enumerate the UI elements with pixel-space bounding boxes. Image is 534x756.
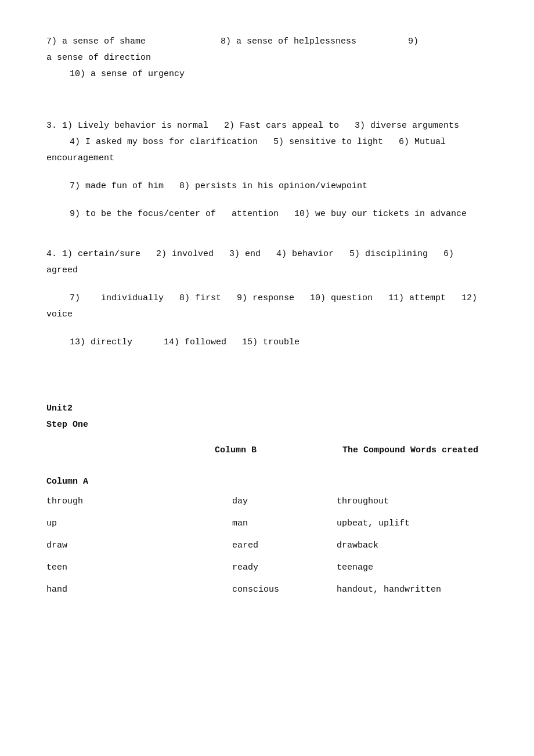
table-row: draw eared drawback	[46, 539, 488, 553]
section4-items-7-12: 7) individually 8) first 9) response 10)…	[70, 293, 477, 303]
col-b-cell: day	[174, 495, 302, 509]
section3-encouragement: encouragement	[46, 153, 114, 163]
section4-line1b: agreed	[46, 264, 488, 278]
col-a-cell: teen	[46, 561, 174, 575]
col-c-cell: teenage	[302, 561, 488, 575]
unit2-section: Unit2 Step One Column B The Compound Wor…	[46, 402, 488, 597]
section3-line3: 7) made fun of him 8) persists in his op…	[46, 179, 488, 193]
col-a-cell: draw	[46, 539, 174, 553]
section-3: 3. 1) Lively behavior is normal 2) Fast …	[46, 119, 488, 221]
sense-item-7: 7) a sense of shame	[46, 37, 146, 46]
section-4: 4. 1) certain/sure 2) involved 3) end 4)…	[46, 247, 488, 350]
col-b-cell: man	[174, 517, 302, 531]
sense-item-9-text: a sense of direction	[46, 53, 151, 63]
section3-line2: 4) I asked my boss for clarification 5) …	[46, 135, 488, 149]
col-b-cell: ready	[174, 561, 302, 575]
col-a-cell: through	[46, 495, 174, 509]
col-b-header: Column B	[215, 444, 342, 458]
section3-line1: 3. 1) Lively behavior is normal 2) Fast …	[46, 119, 488, 133]
section-sense-items: 7) a sense of shame 8) a sense of helple…	[46, 35, 488, 81]
section4-line2b: voice	[46, 308, 488, 322]
section4-line2: 7) individually 8) first 9) response 10)…	[46, 291, 488, 305]
unit2-step: Step One	[46, 418, 488, 432]
col-b-cell: eared	[174, 539, 302, 553]
section4-voice: voice	[46, 309, 73, 319]
col-a-cell: hand	[46, 583, 174, 597]
section3-line2b: encouragement	[46, 152, 488, 165]
sense-line-2: a sense of direction	[46, 51, 488, 65]
table-header: Column B The Compound Words created	[46, 444, 488, 458]
section4-items-13-15: 13) directly 14) followed 15) trouble	[70, 337, 300, 347]
table-row: hand conscious handout, handwritten	[46, 583, 488, 597]
section3-heading: 3. 1) Lively behavior is normal 2) Fast …	[46, 121, 459, 131]
col-c-cell: throughout	[302, 495, 488, 509]
section3-line4: 9) to be the focus/center of attention 1…	[46, 207, 488, 221]
section3-items-7-8: 7) made fun of him 8) persists in his op…	[70, 181, 367, 191]
sense-item-8: 8) a sense of helplessness	[221, 37, 356, 46]
col-a-spacer	[46, 444, 215, 458]
col-c-cell: upbeat, uplift	[302, 517, 488, 531]
section4-agreed: agreed	[46, 265, 78, 275]
sense-item-10: 10) a sense of urgency	[70, 69, 185, 79]
section4-line1: 4. 1) certain/sure 2) involved 3) end 4)…	[46, 247, 488, 261]
col-c-cell: drawback	[302, 539, 488, 553]
table-row: through day throughout	[46, 495, 488, 509]
sense-line-1: 7) a sense of shame 8) a sense of helple…	[46, 35, 488, 49]
col-a-label: Column A	[46, 475, 488, 489]
section3-items-9-10: 9) to be the focus/center of attention 1…	[70, 209, 467, 219]
unit2-title: Unit2	[46, 402, 488, 416]
sense-item-9-num: 9)	[408, 37, 418, 46]
table-rows: through day throughout up man upbeat, up…	[46, 495, 488, 597]
col-c-cell: handout, handwritten	[302, 583, 488, 597]
section4-line3: 13) directly 14) followed 15) trouble	[46, 336, 488, 350]
col-c-header: The Compound Words created	[342, 444, 488, 458]
table-row: teen ready teenage	[46, 561, 488, 575]
compound-words-table: Column B The Compound Words created Colu…	[46, 444, 488, 597]
table-row: up man upbeat, uplift	[46, 517, 488, 531]
col-b-cell: conscious	[174, 583, 302, 597]
col-a-cell: up	[46, 517, 174, 531]
section4-items-1-6: 4. 1) certain/sure 2) involved 3) end 4)…	[46, 249, 454, 259]
sense-line-3: 10) a sense of urgency	[46, 67, 488, 81]
section3-items-4-6: 4) I asked my boss for clarification 5) …	[70, 137, 446, 147]
